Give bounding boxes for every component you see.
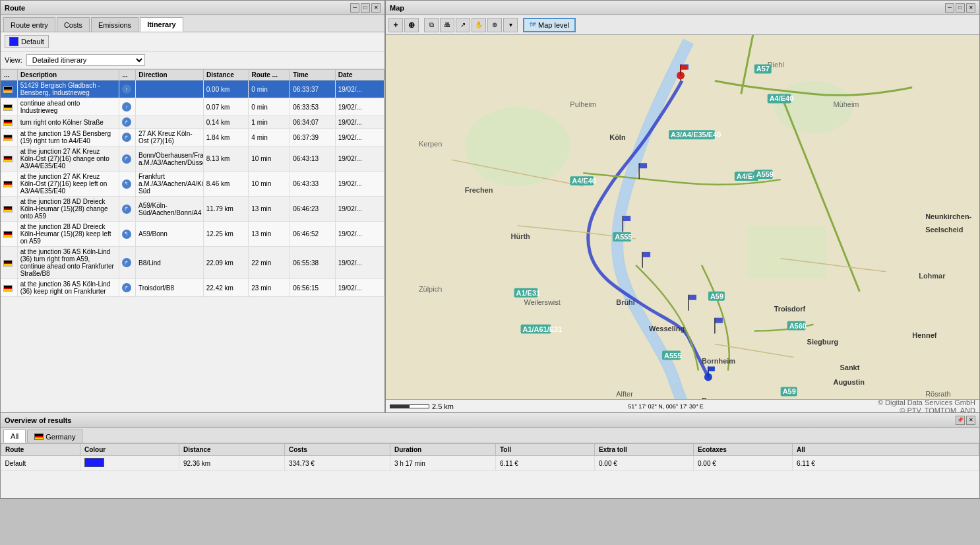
table-row[interactable]: at the junction 27 AK Kreuz Köln-Ost (27…	[1, 172, 384, 197]
table-row[interactable]: at the junction 27 AK Kreuz Köln-Ost (27…	[1, 146, 384, 172]
svg-text:Frechen: Frechen	[465, 186, 493, 194]
flag-de	[3, 260, 13, 267]
route-panel: Route ─ □ ✕ Route entry Costs Emissions …	[0, 0, 385, 413]
svg-text:Weilerswist: Weilerswist	[524, 298, 561, 306]
map-close-btn[interactable]: ✕	[966, 3, 975, 13]
row-route: 0 min	[249, 80, 290, 98]
bottom-close-btn[interactable]: ✕	[966, 416, 975, 425]
results-table-container[interactable]: Route Colour Distance Costs Duration Tol…	[1, 443, 979, 498]
svg-text:Kerpen: Kerpen	[419, 140, 442, 148]
route-tabs-bar: Route entry Costs Emissions Itinerary	[1, 15, 384, 32]
svg-text:Lohmar: Lohmar	[919, 272, 946, 280]
svg-rect-9	[623, 216, 630, 221]
table-row[interactable]: at the junction 19 AS Bensberg (19) righ…	[1, 129, 384, 146]
pan-btn[interactable]: ✋	[472, 18, 486, 32]
direction-icon: ↱	[122, 283, 131, 292]
direction-icon: ↑	[122, 102, 131, 112]
svg-text:Brühl: Brühl	[616, 298, 635, 306]
svg-text:Wesseling: Wesseling	[649, 325, 685, 333]
tab-germany-label: Germany	[46, 433, 75, 441]
result-ecotaxes: 0.00 €	[694, 456, 793, 471]
svg-rect-0	[386, 35, 979, 399]
tab-all[interactable]: All	[3, 430, 26, 443]
tab-emissions[interactable]: Emissions	[91, 17, 138, 32]
svg-text:A555: A555	[664, 352, 681, 360]
table-row[interactable]: turn right onto Kölner Straße ↱ 0.14 km …	[1, 116, 384, 129]
results-col-all: All	[793, 444, 979, 456]
row-dir-icon: ↑	[119, 80, 135, 98]
print-btn[interactable]: 🖶	[440, 18, 454, 32]
svg-text:A4/E40: A4/E40	[572, 177, 596, 185]
copyright-info: © Digital Data Services GmbH © PTV, TOMT…	[878, 399, 975, 414]
results-col-costs: Costs	[285, 444, 390, 456]
svg-text:A560: A560	[789, 322, 807, 330]
svg-text:A4/E40: A4/E40	[770, 94, 794, 102]
results-table-row[interactable]: Default 92.36 km 334.73 € 3 h 17 min 6.1…	[1, 456, 979, 471]
svg-text:A1/E31: A1/E31	[516, 289, 541, 297]
export-btn[interactable]: ↗	[456, 18, 470, 32]
map-title: Map	[390, 4, 404, 12]
svg-text:Zülpich: Zülpich	[419, 285, 442, 293]
zoom-in-btn[interactable]: +	[388, 18, 403, 32]
col-header-direction: Direction	[136, 70, 204, 80]
bottom-pin-btn[interactable]: 📌	[956, 416, 965, 425]
svg-point-1	[465, 107, 570, 186]
results-col-route: Route	[1, 444, 80, 456]
flag-de	[3, 231, 13, 238]
svg-text:Sankt: Sankt	[840, 364, 859, 371]
table-row[interactable]: at the junction 28 AD Dreieck Köln-Heuma…	[1, 222, 384, 247]
table-row[interactable]: continue ahead onto Industrieweg ↑ 0.07 …	[1, 98, 384, 116]
itinerary-table: 51429 Bergisch Gladbach - Bensberg, Indu…	[1, 80, 384, 297]
svg-text:Bonn: Bonn	[702, 397, 720, 399]
crosshair-btn[interactable]: ⊕	[487, 18, 502, 32]
map-panel: Map ─ □ ✕ + ⊕ ⧉ 🖶 ↗ ✋ ⊕ ▾ 🗺 Map level	[385, 0, 980, 413]
direction-icon: ↰	[122, 179, 131, 189]
map-status-bar: 2.5 km 51° 17' 02" N, 006° 17' 30" E © D…	[386, 399, 979, 412]
row-time: 06:33:37	[290, 80, 336, 98]
result-costs: 334.73 €	[285, 456, 390, 471]
map-content[interactable]: Köln Frechen Hürth Brühl Wesseling Bornh…	[386, 35, 979, 399]
direction-icon: ↱	[122, 258, 131, 267]
view-select[interactable]: Detailed itinerary	[26, 54, 145, 66]
table-row[interactable]: 51429 Bergisch Gladbach - Bensberg, Indu…	[1, 80, 384, 98]
itinerary-scroll-area[interactable]: 51429 Bergisch Gladbach - Bensberg, Indu…	[1, 80, 384, 412]
tab-costs[interactable]: Costs	[57, 17, 90, 32]
map-restore-btn[interactable]: □	[956, 3, 965, 13]
itinerary-header-table: ... Description ... Direction Distance R…	[1, 69, 384, 80]
table-row[interactable]: at the junction 28 AD Dreieck Köln-Heuma…	[1, 197, 384, 222]
map-minimize-btn[interactable]: ─	[945, 3, 954, 13]
copy-btn[interactable]: ⧉	[424, 18, 439, 32]
map-level-button[interactable]: 🗺 Map level	[523, 18, 576, 32]
result-colour	[80, 456, 179, 471]
row-desc: 51429 Bergisch Gladbach - Bensberg, Indu…	[17, 80, 119, 98]
table-row[interactable]: at the junction 36 AS Köln-Lind (36) kee…	[1, 279, 384, 297]
more-btn[interactable]: ▾	[503, 18, 518, 32]
svg-rect-11	[642, 252, 650, 257]
svg-text:A555: A555	[615, 233, 632, 241]
result-all: 6.11 €	[793, 456, 979, 471]
map-level-label: Map level	[538, 21, 569, 29]
route-default-button[interactable]: Default	[5, 35, 49, 48]
svg-rect-3	[748, 226, 827, 278]
svg-text:Neunkirchen-: Neunkirchen-	[925, 212, 971, 220]
route-close-btn[interactable]: ✕	[371, 3, 381, 13]
svg-text:A3/A4/E35/E40: A3/A4/E35/E40	[671, 131, 721, 139]
flag-de	[3, 181, 13, 187]
tab-germany[interactable]: Germany	[27, 430, 82, 443]
svg-text:A1/A61/E31: A1/A61/E31	[523, 325, 563, 333]
table-row[interactable]: at the junction 36 AS Köln-Lind (36) tur…	[1, 247, 384, 279]
flag-de	[3, 104, 13, 111]
col-header-route: Route ...	[249, 70, 290, 80]
zoom-in2-btn[interactable]: ⊕	[404, 18, 419, 32]
svg-rect-7	[639, 163, 647, 168]
svg-text:A559: A559	[756, 170, 774, 178]
flag-de	[3, 285, 13, 292]
route-minimize-btn[interactable]: ─	[350, 3, 359, 13]
route-restore-btn[interactable]: □	[361, 3, 370, 13]
tab-route-entry[interactable]: Route entry	[3, 17, 55, 32]
col-header-time: Time	[290, 70, 335, 80]
direction-icon: ↱	[122, 205, 131, 214]
tab-itinerary[interactable]: Itinerary	[140, 17, 183, 32]
route-default-label: Default	[21, 38, 44, 46]
svg-text:Alfter: Alfter	[616, 390, 633, 398]
